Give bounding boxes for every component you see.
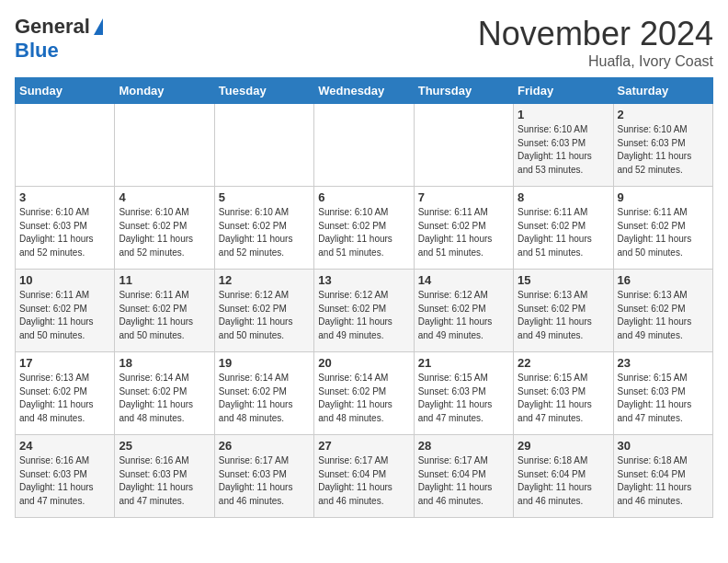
calendar-cell: 30Sunrise: 6:18 AM Sunset: 6:04 PM Dayli… [613,435,712,518]
calendar-cell: 16Sunrise: 6:13 AM Sunset: 6:02 PM Dayli… [613,270,712,352]
day-number: 7 [418,190,509,204]
day-number: 16 [618,273,709,287]
day-info: Sunrise: 6:12 AM Sunset: 6:02 PM Dayligh… [219,289,310,342]
calendar-cell: 4Sunrise: 6:10 AM Sunset: 6:02 PM Daylig… [115,187,214,270]
day-number: 15 [518,273,609,287]
calendar-week-row: 1Sunrise: 6:10 AM Sunset: 6:03 PM Daylig… [16,104,713,187]
calendar-cell: 2Sunrise: 6:10 AM Sunset: 6:03 PM Daylig… [613,104,712,187]
day-info: Sunrise: 6:17 AM Sunset: 6:03 PM Dayligh… [219,454,310,508]
weekday-header: Friday [514,78,613,104]
logo-general-text: General [15,15,90,39]
calendar-cell: 14Sunrise: 6:12 AM Sunset: 6:02 PM Dayli… [414,270,513,352]
day-info: Sunrise: 6:11 AM Sunset: 6:02 PM Dayligh… [19,289,110,342]
day-info: Sunrise: 6:18 AM Sunset: 6:04 PM Dayligh… [618,454,709,508]
calendar-cell: 5Sunrise: 6:10 AM Sunset: 6:02 PM Daylig… [214,187,313,270]
calendar-cell: 21Sunrise: 6:15 AM Sunset: 6:03 PM Dayli… [414,352,513,435]
calendar-cell: 12Sunrise: 6:12 AM Sunset: 6:02 PM Dayli… [214,270,313,352]
calendar-cell: 24Sunrise: 6:16 AM Sunset: 6:03 PM Dayli… [16,435,115,518]
day-info: Sunrise: 6:10 AM Sunset: 6:03 PM Dayligh… [19,206,110,259]
day-info: Sunrise: 6:12 AM Sunset: 6:02 PM Dayligh… [418,289,509,342]
day-number: 5 [219,190,310,204]
day-info: Sunrise: 6:15 AM Sunset: 6:03 PM Dayligh… [418,372,509,425]
calendar-cell: 10Sunrise: 6:11 AM Sunset: 6:02 PM Dayli… [16,270,115,352]
calendar-cell: 18Sunrise: 6:14 AM Sunset: 6:02 PM Dayli… [115,352,214,435]
calendar-header: SundayMondayTuesdayWednesdayThursdayFrid… [16,78,713,104]
day-number: 6 [318,190,409,204]
day-number: 22 [518,356,609,370]
weekday-header: Saturday [613,78,712,104]
day-number: 25 [119,439,210,453]
day-info: Sunrise: 6:13 AM Sunset: 6:02 PM Dayligh… [518,289,609,342]
day-info: Sunrise: 6:14 AM Sunset: 6:02 PM Dayligh… [219,372,310,425]
day-number: 14 [418,273,509,287]
day-number: 20 [318,356,409,370]
day-info: Sunrise: 6:13 AM Sunset: 6:02 PM Dayligh… [19,372,110,425]
calendar-cell: 3Sunrise: 6:10 AM Sunset: 6:03 PM Daylig… [16,187,115,270]
day-number: 8 [518,190,609,204]
calendar-cell: 1Sunrise: 6:10 AM Sunset: 6:03 PM Daylig… [514,104,613,187]
logo-triangle-icon [94,18,103,35]
day-number: 26 [219,439,310,453]
day-number: 9 [618,190,709,204]
calendar-cell: 23Sunrise: 6:15 AM Sunset: 6:03 PM Dayli… [613,352,712,435]
calendar-cell: 15Sunrise: 6:13 AM Sunset: 6:02 PM Dayli… [514,270,613,352]
weekday-header: Wednesday [314,78,414,104]
calendar-week-row: 3Sunrise: 6:10 AM Sunset: 6:03 PM Daylig… [16,187,713,270]
day-info: Sunrise: 6:14 AM Sunset: 6:02 PM Dayligh… [318,372,409,425]
day-info: Sunrise: 6:17 AM Sunset: 6:04 PM Dayligh… [318,454,409,508]
day-number: 1 [518,108,609,121]
day-info: Sunrise: 6:10 AM Sunset: 6:03 PM Dayligh… [618,123,709,177]
day-number: 2 [618,108,709,121]
day-info: Sunrise: 6:11 AM Sunset: 6:02 PM Dayligh… [418,206,509,259]
logo: General Blue [15,15,103,63]
day-info: Sunrise: 6:11 AM Sunset: 6:02 PM Dayligh… [618,206,709,259]
calendar-cell: 17Sunrise: 6:13 AM Sunset: 6:02 PM Dayli… [16,352,115,435]
day-number: 29 [518,439,609,453]
day-info: Sunrise: 6:14 AM Sunset: 6:02 PM Dayligh… [119,372,210,425]
day-info: Sunrise: 6:16 AM Sunset: 6:03 PM Dayligh… [119,454,210,508]
day-info: Sunrise: 6:15 AM Sunset: 6:03 PM Dayligh… [518,372,609,425]
weekday-header: Monday [115,78,214,104]
page-header: General Blue November 2024 Huafla, Ivory… [15,15,713,70]
day-number: 28 [418,439,509,453]
day-number: 11 [119,273,210,287]
calendar-cell [16,104,115,187]
day-number: 10 [19,273,110,287]
calendar-cell: 8Sunrise: 6:11 AM Sunset: 6:02 PM Daylig… [514,187,613,270]
calendar-week-row: 10Sunrise: 6:11 AM Sunset: 6:02 PM Dayli… [16,270,713,352]
calendar-cell: 22Sunrise: 6:15 AM Sunset: 6:03 PM Dayli… [514,352,613,435]
day-number: 21 [418,356,509,370]
day-number: 3 [19,190,110,204]
day-number: 13 [318,273,409,287]
day-info: Sunrise: 6:10 AM Sunset: 6:02 PM Dayligh… [318,206,409,259]
day-number: 18 [119,356,210,370]
calendar-cell: 20Sunrise: 6:14 AM Sunset: 6:02 PM Dayli… [314,352,414,435]
day-info: Sunrise: 6:17 AM Sunset: 6:04 PM Dayligh… [418,454,509,508]
weekday-header: Sunday [16,78,115,104]
calendar-cell: 9Sunrise: 6:11 AM Sunset: 6:02 PM Daylig… [613,187,712,270]
calendar-cell [214,104,313,187]
calendar-table: SundayMondayTuesdayWednesdayThursdayFrid… [15,77,713,518]
day-info: Sunrise: 6:12 AM Sunset: 6:02 PM Dayligh… [318,289,409,342]
weekday-header: Thursday [414,78,513,104]
calendar-week-row: 17Sunrise: 6:13 AM Sunset: 6:02 PM Dayli… [16,352,713,435]
day-number: 17 [19,356,110,370]
day-number: 12 [219,273,310,287]
logo-blue-text: Blue [15,39,59,63]
calendar-cell: 27Sunrise: 6:17 AM Sunset: 6:04 PM Dayli… [314,435,414,518]
day-info: Sunrise: 6:16 AM Sunset: 6:03 PM Dayligh… [19,454,110,508]
calendar-cell [314,104,414,187]
calendar-cell [115,104,214,187]
day-info: Sunrise: 6:10 AM Sunset: 6:03 PM Dayligh… [518,123,609,177]
day-info: Sunrise: 6:11 AM Sunset: 6:02 PM Dayligh… [119,289,210,342]
day-info: Sunrise: 6:15 AM Sunset: 6:03 PM Dayligh… [618,372,709,425]
calendar-cell: 11Sunrise: 6:11 AM Sunset: 6:02 PM Dayli… [115,270,214,352]
calendar-cell: 28Sunrise: 6:17 AM Sunset: 6:04 PM Dayli… [414,435,513,518]
day-info: Sunrise: 6:18 AM Sunset: 6:04 PM Dayligh… [518,454,609,508]
day-info: Sunrise: 6:13 AM Sunset: 6:02 PM Dayligh… [618,289,709,342]
calendar-cell: 6Sunrise: 6:10 AM Sunset: 6:02 PM Daylig… [314,187,414,270]
calendar-week-row: 24Sunrise: 6:16 AM Sunset: 6:03 PM Dayli… [16,435,713,518]
calendar-cell: 7Sunrise: 6:11 AM Sunset: 6:02 PM Daylig… [414,187,513,270]
weekday-header: Tuesday [214,78,313,104]
calendar-cell: 26Sunrise: 6:17 AM Sunset: 6:03 PM Dayli… [214,435,313,518]
